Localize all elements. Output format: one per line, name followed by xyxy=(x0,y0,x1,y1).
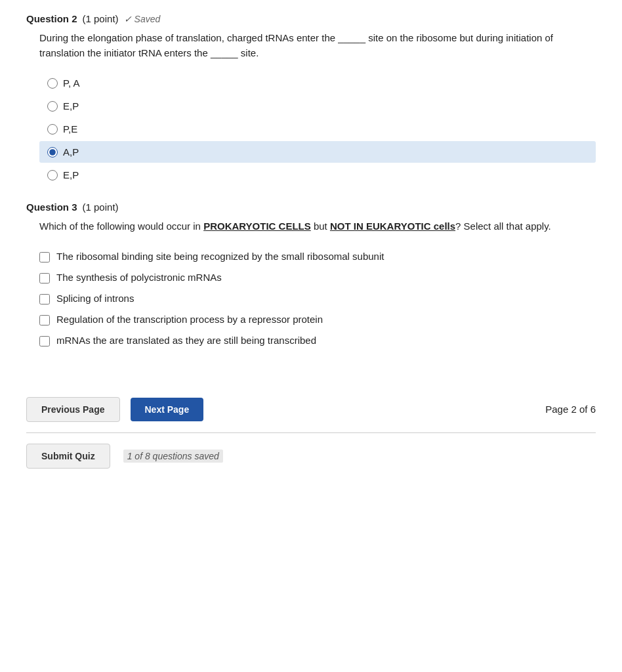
submit-quiz-button[interactable]: Submit Quiz xyxy=(26,444,110,469)
radio-q2-EP2[interactable] xyxy=(47,170,58,180)
question-3-block: Question 3 (1 point) Which of the follow… xyxy=(26,201,596,351)
checkbox-ribosomal-label[interactable]: The ribosomal binding site being recogni… xyxy=(56,251,384,262)
radio-q2-PA[interactable] xyxy=(47,78,58,89)
question-3-text: Which of the following would occur in PR… xyxy=(39,219,596,234)
checkbox-mrnas-label[interactable]: mRNAs the are translated as they are sti… xyxy=(56,335,316,346)
option-q2-PA-label[interactable]: P, A xyxy=(63,77,80,89)
navigation-bar: Previous Page Next Page Page 2 of 6 xyxy=(0,387,622,432)
question-2-points: (1 point) xyxy=(83,13,119,24)
question-2-header: Question 2 (1 point) ✓ Saved xyxy=(26,13,596,24)
q3-text-part1: Which of the following would occur in xyxy=(39,220,203,232)
checkbox-splicing[interactable] xyxy=(39,294,50,304)
radio-q2-AP[interactable] xyxy=(47,147,58,158)
question-2-text: During the elongation phase of translati… xyxy=(39,31,596,60)
next-page-button[interactable]: Next Page xyxy=(131,398,204,421)
checkbox-item-splicing[interactable]: Splicing of introns xyxy=(39,288,596,309)
checkbox-polycistronic-label[interactable]: The synthesis of polycistronic mRNAs xyxy=(56,272,222,283)
page-indicator: Page 2 of 6 xyxy=(545,404,596,415)
previous-page-button[interactable]: Previous Page xyxy=(26,397,120,422)
option-q2-PE[interactable]: P,E xyxy=(39,118,596,140)
option-q2-PE-label[interactable]: P,E xyxy=(63,123,77,135)
option-q2-PA[interactable]: P, A xyxy=(39,72,596,94)
option-q2-EP2-label[interactable]: E,P xyxy=(63,169,79,180)
question-3-label: Question 3 xyxy=(26,201,77,213)
checkbox-item-ribosomal[interactable]: The ribosomal binding site being recogni… xyxy=(39,246,596,267)
radio-q2-PE[interactable] xyxy=(47,124,58,135)
checkbox-regulation-label[interactable]: Regulation of the transcription process … xyxy=(56,314,323,325)
checkbox-regulation[interactable] xyxy=(39,315,50,326)
q3-text-part3: ? Select all that apply. xyxy=(455,220,551,232)
question-3-points: (1 point) xyxy=(83,201,119,213)
question-3-header: Question 3 (1 point) xyxy=(26,201,596,213)
option-q2-AP[interactable]: A,P xyxy=(39,141,596,163)
check-icon: ✓ xyxy=(124,14,132,24)
option-q2-EP2[interactable]: E,P xyxy=(39,164,596,186)
question-2-options: P, A E,P P,E A,P E,P xyxy=(39,72,596,186)
q3-not-eukaryotic: NOT IN EUKARYOTIC cells xyxy=(330,220,455,232)
question-2-label: Question 2 xyxy=(26,13,77,24)
question-2-block: Question 2 (1 point) ✓ Saved During the … xyxy=(26,13,596,186)
option-q2-EP1[interactable]: E,P xyxy=(39,95,596,117)
checkbox-polycistronic[interactable] xyxy=(39,273,50,284)
saved-count-label: 1 of 8 questions saved xyxy=(123,450,223,463)
saved-label: Saved xyxy=(135,14,161,24)
q3-text-part2: but xyxy=(311,220,330,232)
checkbox-item-polycistronic[interactable]: The synthesis of polycistronic mRNAs xyxy=(39,267,596,288)
checkbox-mrnas[interactable] xyxy=(39,336,50,346)
radio-q2-EP1[interactable] xyxy=(47,101,58,112)
question-3-checkboxes: The ribosomal binding site being recogni… xyxy=(26,246,596,351)
question-2-saved: ✓ Saved xyxy=(124,14,161,24)
checkbox-ribosomal[interactable] xyxy=(39,252,50,262)
footer-bar: Submit Quiz 1 of 8 questions saved xyxy=(0,433,622,479)
checkbox-item-regulation[interactable]: Regulation of the transcription process … xyxy=(39,309,596,330)
option-q2-AP-label[interactable]: A,P xyxy=(63,146,79,158)
option-q2-EP1-label[interactable]: E,P xyxy=(63,100,79,112)
q3-prokaryotic: PROKARYOTIC CELLS xyxy=(203,220,311,232)
checkbox-splicing-label[interactable]: Splicing of introns xyxy=(56,293,134,304)
checkbox-item-mrnas[interactable]: mRNAs the are translated as they are sti… xyxy=(39,330,596,351)
